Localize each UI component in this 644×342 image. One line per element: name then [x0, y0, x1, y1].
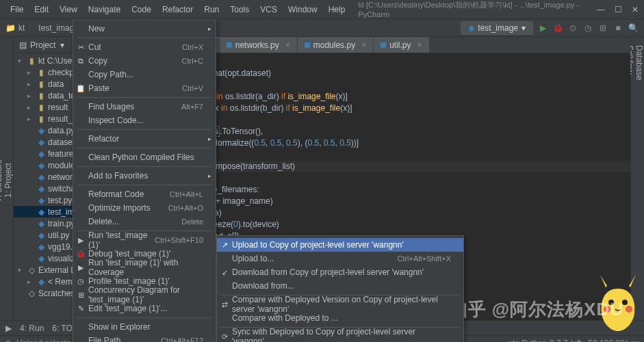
menu-item[interactable]: Compare with Deployed to ...	[217, 311, 463, 325]
menu-help[interactable]: Help	[324, 3, 350, 16]
window-buttons: — ☐ ✕	[597, 5, 639, 14]
breadcrumb: 📁 kt 〉 test_image	[5, 22, 79, 34]
crumb-root[interactable]: kt	[18, 23, 25, 33]
coverage-button[interactable]: ⊙	[567, 23, 578, 34]
rail-project[interactable]: 1: Project	[3, 45, 13, 316]
editor-tab[interactable]: modules.py×	[298, 37, 373, 53]
run-tool-icon[interactable]: ▶	[5, 324, 12, 333]
python-icon: ◆	[468, 23, 474, 33]
folder-icon: 📁	[5, 23, 16, 33]
menu-window[interactable]: Window	[283, 3, 322, 16]
left-tool-rail: 1: Project7: Structure2: Favorites	[0, 37, 14, 320]
menu-item[interactable]: ▶Run 'test_image (1)'Ctrl+Shift+F10	[73, 233, 216, 247]
svg-point-3	[626, 306, 632, 313]
menu-item[interactable]: Copy Path...	[73, 68, 216, 81]
maximize-icon[interactable]: ☐	[615, 5, 622, 14]
context-menu[interactable]: New▸✂CutCtrl+X⧉CopyCtrl+CCopy Path...📋Pa…	[73, 19, 216, 342]
menu-tools[interactable]: Tools	[225, 3, 254, 16]
run-toolbar: ◆ test_image ▾ ▶ 🐞 ⊙ ◷ ⊞ ■ 🔍	[461, 21, 639, 35]
concurrency-button[interactable]: ⊞	[597, 23, 608, 34]
chevron-down-icon[interactable]: ▾	[60, 40, 64, 50]
chevron-down-icon: ▾	[521, 23, 526, 33]
sync-icon[interactable]: ⟳	[5, 339, 12, 343]
search-icon[interactable]: 🔍	[628, 23, 639, 34]
menu-edit[interactable]: Edit	[29, 3, 53, 16]
run-button[interactable]: ▶	[537, 23, 548, 34]
menu-file[interactable]: File	[5, 3, 28, 16]
menu-item[interactable]: New▸	[73, 22, 216, 36]
menu-item[interactable]: Download from...	[217, 279, 463, 293]
menu-item[interactable]: Refactor▸	[73, 132, 216, 146]
menu-vcs[interactable]: VCS	[255, 3, 282, 16]
menu-item[interactable]: Show in Explorer	[73, 320, 216, 334]
titlebar: FileEditViewNavigateCodeRefactorRunTools…	[0, 0, 644, 19]
menu-item[interactable]: ↗Upload to Copy of project-level server …	[217, 238, 463, 252]
close-icon[interactable]: ✕	[632, 5, 639, 14]
menu-run[interactable]: Run	[199, 3, 224, 16]
run-tool-tab[interactable]: 4: Run	[20, 324, 44, 333]
menu-item[interactable]: 📋PasteCtrl+V	[73, 81, 216, 95]
minimize-icon[interactable]: —	[597, 5, 605, 14]
menu-navigate[interactable]: Navigate	[83, 3, 125, 16]
window-title: kt [C:\Users\destiny\Desktop\我的\机器学习\kt]…	[358, 0, 597, 18]
menu-item[interactable]: Reformat CodeCtrl+Alt+L	[73, 187, 216, 201]
menu-code[interactable]: Code	[127, 3, 156, 16]
chevron-right-icon: 〉	[27, 22, 36, 34]
project-label: Project	[30, 40, 55, 50]
menu-item[interactable]: Optimize ImportsCtrl+Alt+O	[73, 201, 216, 215]
menu-item[interactable]: ⊞Concurrency Diagram for 'test_image (1)…	[73, 288, 216, 302]
menubar: FileEditViewNavigateCodeRefactorRunTools…	[5, 3, 350, 16]
menu-item[interactable]: Inspect Code...	[73, 114, 216, 127]
debug-button[interactable]: 🐞	[552, 23, 563, 34]
menu-item[interactable]: File PathCtrl+Alt+F12	[73, 334, 216, 342]
menu-item[interactable]: Delete...Delete	[73, 215, 216, 228]
menu-view[interactable]: View	[55, 3, 82, 16]
menu-item[interactable]: Upload to...Ctrl+Alt+Shift+X	[217, 252, 463, 265]
menu-item[interactable]: ▶Run 'test_image (1)' with Coverage	[73, 261, 216, 274]
menu-item[interactable]: ✎Edit 'test_image (1)'...	[73, 302, 216, 315]
menu-item[interactable]: ↙Download from Copy of project-level ser…	[217, 265, 463, 279]
watermark: 知乎 @阿尔法杨XDU	[450, 298, 623, 321]
run-config-selector[interactable]: ◆ test_image ▾	[461, 21, 533, 35]
editor-tab[interactable]: util.py×	[374, 37, 428, 53]
menu-item[interactable]: ✂CutCtrl+X	[73, 40, 216, 54]
menu-item[interactable]: ⇄Compare with Deployed Version on Copy o…	[217, 298, 463, 311]
menu-item[interactable]: Find UsagesAlt+F7	[73, 100, 216, 114]
menu-item[interactable]: Clean Python Compiled Files	[73, 150, 216, 164]
profile-button[interactable]: ◷	[582, 23, 593, 34]
menu-item[interactable]: ⟳Sync with Deployed to Copy of project-l…	[217, 330, 463, 342]
run-config-name: test_image	[478, 23, 518, 33]
menu-refactor[interactable]: Refactor	[157, 3, 198, 16]
menu-item[interactable]: ⧉CopyCtrl+C	[73, 54, 216, 68]
editor-tab[interactable]: networks.py×	[220, 37, 297, 53]
stop-button[interactable]: ■	[613, 23, 623, 34]
project-icon: ▤	[19, 40, 27, 50]
interpreter-status[interactable]: ote Python 3.7.7 (sft...58.186:22/usr	[508, 339, 639, 343]
menu-item[interactable]: Add to Favorites▸	[73, 169, 216, 183]
rail-structure[interactable]: 7: Structure	[0, 45, 3, 316]
deployment-submenu[interactable]: ↗Upload to Copy of project-level server …	[216, 235, 464, 342]
